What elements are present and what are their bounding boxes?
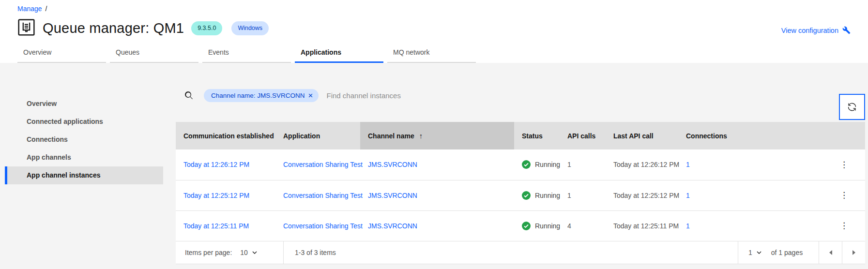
channel-name-link[interactable]: JMS.SVRCONN [368,192,417,199]
sidebar-item-app-channels[interactable]: App channels [5,149,163,166]
column-header-status[interactable]: Status [514,122,560,149]
overflow-menu-icon[interactable]: ⋮ [835,158,853,172]
tab-events[interactable]: Events [202,42,291,63]
platform-badge: Windows [231,21,269,35]
column-header-application[interactable]: Application [275,122,360,149]
tab-mq-network[interactable]: MQ network [387,42,476,63]
status-badge: Running [535,222,560,230]
channel-instances-table: Communication established Application Ch… [176,122,865,241]
search-icon [185,91,193,100]
table-header-row: Communication established Application Ch… [176,122,865,149]
sidebar-item-overview[interactable]: Overview [5,95,163,113]
application-link[interactable]: Conversation Sharing Test [283,192,363,199]
title-row: Queue manager: QM1 9.3.5.0 Windows [17,18,269,38]
sidebar: Overview Connected applications Connecti… [5,95,163,184]
tab-bar: Overview Queues Events Applications MQ n… [17,42,480,63]
last-api-call-value: Today at 12:25:11 PM [606,210,678,241]
tab-applications[interactable]: Applications [295,42,383,63]
content-area: Overview Connected applications Connecti… [0,63,868,269]
connections-link[interactable]: 1 [686,222,690,230]
breadcrumb-separator: / [46,5,47,13]
previous-page-button[interactable] [819,241,842,264]
api-calls-value: 1 [560,180,606,210]
main-panel: Channel name: JMS.SVRCONN × Communica [176,63,865,264]
view-configuration-link[interactable]: View configuration [781,26,851,34]
sidebar-item-connections[interactable]: Connections [5,131,163,149]
tab-overview[interactable]: Overview [17,42,106,63]
last-api-call-value: Today at 12:25:12 PM [606,180,678,210]
status-badge: Running [535,192,560,199]
refresh-button[interactable] [839,94,865,120]
channel-name-link[interactable]: JMS.SVRCONN [368,161,417,168]
communication-established-link[interactable]: Today at 12:26:12 PM [183,161,249,168]
api-calls-value: 1 [560,149,606,180]
pages-label: of 1 pages [771,249,803,256]
column-header-api-calls[interactable]: API calls [560,122,606,149]
application-link[interactable]: Conversation Sharing Test [283,222,363,230]
chevron-down-icon [252,251,257,254]
caret-right-icon [853,250,855,255]
column-header-actions [823,122,865,149]
wrench-icon [842,26,851,34]
items-per-page-label: Items per page: [185,249,232,256]
column-header-connections[interactable]: Connections [678,122,823,149]
breadcrumb-manage-link[interactable]: Manage [17,5,42,13]
sidebar-item-connected-applications[interactable]: Connected applications [5,113,163,131]
page-header: Manage / Queue manager: QM1 9.3.5.0 Wind… [0,0,868,63]
connections-link[interactable]: 1 [686,192,690,199]
channel-name-link[interactable]: JMS.SVRCONN [368,222,417,230]
pagination-bar: Items per page: 10 1-3 of 3 items 1 [176,241,865,264]
chevron-down-icon [757,251,761,254]
view-configuration-label: View configuration [781,27,838,34]
connections-link[interactable]: 1 [686,161,690,168]
next-page-button[interactable] [842,241,865,264]
breadcrumb: Manage / [17,5,47,13]
communication-established-link[interactable]: Today at 12:25:12 PM [183,192,249,199]
status-badge: Running [535,161,560,168]
search-input[interactable] [327,91,530,100]
queue-manager-icon [17,18,35,38]
filter-tag-label: Channel name: JMS.SVRCONN [211,92,305,99]
application-link[interactable]: Conversation Sharing Test [283,161,363,168]
filter-tag-channel-name[interactable]: Channel name: JMS.SVRCONN × [204,89,319,102]
status-running-icon [522,191,531,200]
column-header-last-api-call[interactable]: Last API call [606,122,678,149]
items-per-page-select[interactable]: 10 [240,249,257,256]
items-per-page-value: 10 [240,249,248,256]
caret-left-icon [829,250,832,255]
column-header-channel-name-label: Channel name [368,132,414,140]
page-number-select[interactable]: 1 [748,249,761,256]
version-badge: 9.3.5.0 [191,21,222,35]
status-running-icon [522,160,531,169]
search-toolbar: Channel name: JMS.SVRCONN × [176,82,865,108]
filter-tag-close-icon[interactable]: × [308,92,313,99]
sort-ascending-icon: ↑ [419,132,423,140]
sidebar-item-app-channel-instances[interactable]: App channel instances [5,166,163,184]
refresh-icon [847,102,857,112]
status-running-icon [522,222,531,230]
page-number-value: 1 [748,249,752,256]
column-header-communication-established[interactable]: Communication established [176,122,275,149]
pagination-range: 1-3 of 3 items [283,241,336,264]
communication-established-link[interactable]: Today at 12:25:11 PM [183,222,249,230]
column-header-channel-name[interactable]: Channel name↑ [360,122,514,149]
table-row: Today at 12:25:12 PM Conversation Sharin… [176,180,865,210]
page-title: Queue manager: QM1 [43,20,184,36]
last-api-call-value: Today at 12:26:12 PM [606,149,678,180]
tab-queues[interactable]: Queues [110,42,198,63]
table-row: Today at 12:26:12 PM Conversation Sharin… [176,149,865,180]
overflow-menu-icon[interactable]: ⋮ [835,219,853,233]
api-calls-value: 4 [560,210,606,241]
overflow-menu-icon[interactable]: ⋮ [835,188,853,202]
table-row: Today at 12:25:11 PM Conversation Sharin… [176,210,865,241]
